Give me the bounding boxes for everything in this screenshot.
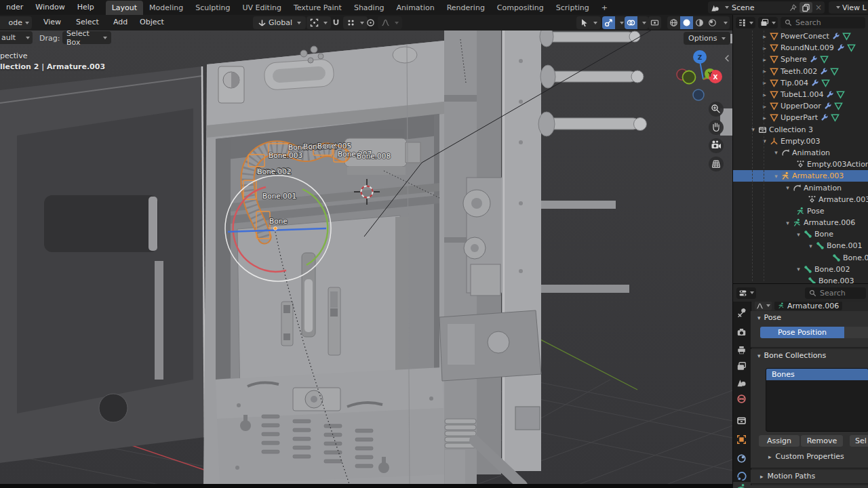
menu-help[interactable]: Help	[71, 0, 100, 15]
expand-arrow-icon[interactable]: ▾	[773, 149, 779, 156]
expand-arrow-icon[interactable]: ▾	[762, 138, 768, 144]
snap-toggle[interactable]	[330, 16, 342, 29]
gizmos-toggle[interactable]	[602, 16, 626, 29]
selectability-dropdown[interactable]	[576, 16, 601, 29]
workspace-tab-rendering[interactable]: Rendering	[441, 1, 491, 15]
expand-arrow-icon[interactable]: ▸	[762, 115, 768, 121]
view-layer-selector[interactable]: View L	[829, 1, 868, 14]
proportional-editing-toggle[interactable]	[364, 16, 377, 29]
outliner-row[interactable]: ▾Animation	[733, 182, 868, 193]
expand-arrow-icon[interactable]: ▸	[762, 103, 768, 110]
zoom-button[interactable]	[709, 102, 724, 117]
constraint-icon[interactable]	[736, 453, 747, 464]
camera-view-button[interactable]	[709, 138, 724, 153]
expand-arrow-icon[interactable]: ▸	[762, 56, 768, 63]
outliner-row[interactable]: ▾Empty.003	[733, 136, 868, 147]
viewport-menu-add[interactable]: Add	[107, 15, 134, 30]
outliner-row[interactable]: ▸Tip.004	[733, 77, 868, 89]
physics-icon[interactable]	[736, 470, 747, 481]
outliner-row[interactable]: ▸Sphere	[733, 54, 868, 65]
outliner-row[interactable]: Bone.00	[733, 252, 868, 264]
expand-arrow-icon[interactable]: ▸	[762, 68, 768, 75]
render-icon[interactable]	[736, 327, 747, 338]
outliner-row[interactable]: ▾Collection 3	[733, 124, 868, 136]
custom-properties-header[interactable]: ▸Custom Properties	[768, 452, 844, 461]
expand-arrow-icon[interactable]: ▾	[750, 126, 756, 133]
workspace-tab-animation[interactable]: Animation	[391, 1, 441, 15]
outliner-row[interactable]: ▾Bone.002	[733, 264, 868, 275]
object-icon[interactable]	[736, 434, 747, 445]
workspace-tab-scripting[interactable]: Scripting	[550, 1, 595, 15]
view-layer-name[interactable]: View L	[842, 3, 867, 12]
outliner-row[interactable]: ▸UpperPart	[733, 112, 868, 123]
outliner-search-input[interactable]: Search	[781, 17, 865, 28]
cabinet-body[interactable]	[203, 41, 449, 485]
shading-dropdown[interactable]	[719, 16, 730, 29]
options-dropdown[interactable]: Options	[684, 32, 730, 45]
outliner-row[interactable]: ▸UpperDoor	[733, 100, 868, 112]
scene-selector[interactable]: Scene ×	[708, 1, 825, 14]
properties-search-input[interactable]: Search	[805, 287, 866, 299]
workspace-tab-shading[interactable]: Shading	[348, 1, 391, 15]
pose-position-button[interactable]: Pose Position	[760, 327, 844, 338]
viewport-3d[interactable]: Bone.006 Bone.004 Bone.005 Bone.007 Bone…	[0, 30, 732, 485]
id-name-field[interactable]: Armature.006	[774, 301, 842, 310]
outliner-row[interactable]: Bone.003	[733, 275, 868, 283]
select-button[interactable]: Sel	[850, 435, 868, 447]
expand-arrow-icon[interactable]: ▸	[762, 79, 768, 86]
editor-type-dropdown[interactable]	[736, 287, 756, 299]
close-icon[interactable]: ×	[815, 3, 822, 12]
outliner-row[interactable]: Armature.003Ac	[733, 194, 868, 205]
orthographic-button[interactable]	[709, 157, 724, 171]
outliner-row[interactable]: ▸PowerConect	[733, 30, 868, 42]
outliner-row[interactable]: ▾Bone.001	[733, 240, 868, 251]
outliner-row[interactable]: ▸TubeL1.004	[733, 89, 868, 100]
world-icon[interactable]	[736, 394, 747, 404]
collection-icon[interactable]	[736, 415, 747, 426]
shading-material-button[interactable]	[693, 16, 706, 29]
expand-arrow-icon[interactable]: ▾	[808, 243, 814, 249]
expand-arrow-icon[interactable]: ▾	[795, 231, 802, 238]
new-scene-button[interactable]	[800, 2, 812, 13]
outliner-row[interactable]: ▸RoundNut.009	[733, 42, 868, 54]
expand-arrow-icon[interactable]: ▸	[762, 92, 768, 98]
mode-dropdown[interactable]: ode	[0, 16, 32, 29]
expand-arrow-icon[interactable]: ▸	[762, 45, 768, 52]
view-layer-icon[interactable]	[736, 361, 747, 371]
workspace-tab-layout[interactable]: Layout	[106, 1, 143, 15]
expand-arrow-icon[interactable]: ▾	[785, 184, 791, 191]
scene-name[interactable]: Scene	[732, 3, 787, 12]
transform-orientation-dropdown[interactable]: Global	[253, 16, 306, 29]
remove-button[interactable]: Remove	[801, 435, 843, 447]
shading-rendered-button[interactable]	[706, 16, 719, 29]
display-mode-dropdown[interactable]	[758, 17, 778, 28]
scene-icon[interactable]	[736, 378, 747, 388]
pan-hand-button[interactable]	[709, 120, 724, 135]
motion-paths-panel[interactable]: ▸Motion Paths	[751, 470, 868, 484]
outliner-row[interactable]: ▾Bone	[733, 228, 868, 240]
expand-arrow-icon[interactable]: ▾	[785, 220, 791, 226]
xray-toggle[interactable]	[648, 16, 661, 29]
menu-render[interactable]: nder	[0, 0, 29, 15]
outliner-row[interactable]: Empty.003Action	[733, 159, 868, 170]
workspace-tab-texture-paint[interactable]: Texture Paint	[288, 1, 348, 15]
assign-button[interactable]: Assign	[759, 435, 800, 447]
viewport-menu-object[interactable]: Object	[134, 15, 170, 30]
viewport-bottom-edge[interactable]	[0, 484, 732, 488]
outliner-row[interactable]: ▾Armature.006	[733, 217, 868, 228]
workspace-tab-modeling[interactable]: Modeling	[143, 1, 189, 15]
outliner-row[interactable]: Pose	[733, 205, 868, 217]
editor-type-dropdown[interactable]	[736, 17, 755, 28]
axis-neg-z-ball[interactable]	[693, 89, 704, 100]
shading-wireframe-button[interactable]	[667, 16, 680, 29]
menu-window[interactable]: Window	[29, 0, 71, 15]
add-workspace-button[interactable]: +	[595, 1, 614, 15]
data-dropdown[interactable]	[755, 301, 772, 310]
active-tool-dropdown[interactable]: ault	[0, 31, 33, 44]
tool-icon[interactable]	[736, 308, 747, 319]
workspace-tab-compositing[interactable]: Compositing	[491, 1, 550, 15]
armature-data-icon[interactable]	[736, 483, 747, 488]
workspace-tab-sculpting[interactable]: Sculpting	[189, 1, 236, 15]
axis-neg-y-ball[interactable]	[683, 71, 696, 84]
viewport-menu-view[interactable]: View	[37, 15, 67, 30]
